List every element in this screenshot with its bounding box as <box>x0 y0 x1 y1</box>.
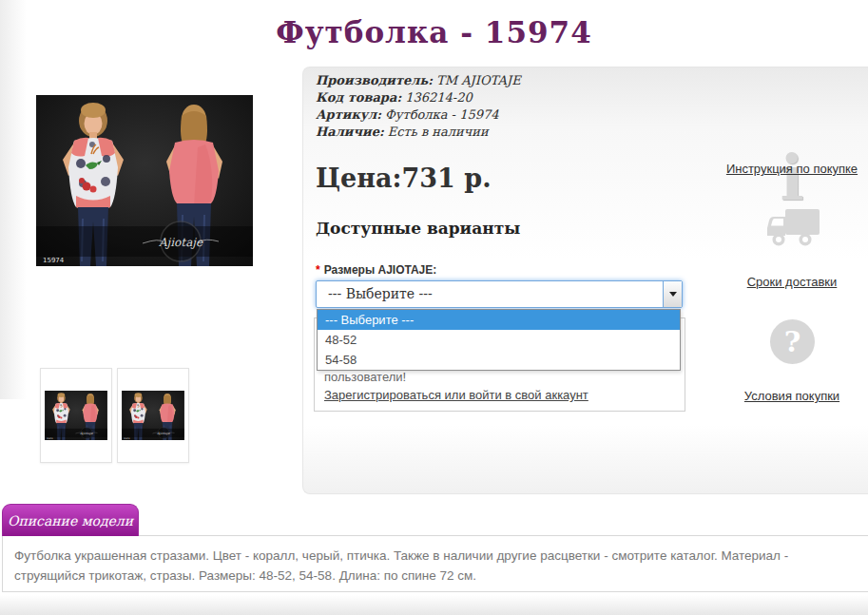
size-select-dropdown: --- Выберите --- 48-52 54-58 <box>317 309 681 371</box>
field-label: Код товара: <box>316 90 401 105</box>
size-select[interactable]: --- Выберите --- <box>316 280 683 308</box>
variants-heading: Доступные варианты <box>316 219 520 238</box>
required-mark: * <box>316 263 320 277</box>
size-label-row: *Размеры AJIOTAJE: <box>316 263 436 277</box>
field-label: Артикул: <box>316 107 381 122</box>
field-product-code: Код товара:136214-20 <box>316 89 521 106</box>
product-photo-image <box>36 95 253 266</box>
product-main-photo[interactable] <box>36 95 253 266</box>
question-glyph: ? <box>784 325 801 358</box>
size-select-value: --- Выберите --- <box>328 281 433 307</box>
field-label: Производитель: <box>316 73 433 87</box>
field-value: Есть в наличии <box>388 125 489 139</box>
field-article: Артикул:Футболка - 15974 <box>316 106 521 124</box>
description-text: Футболка украшенная стразами. Цвет - кор… <box>3 536 868 595</box>
thumbnail-1-image <box>45 391 107 440</box>
field-value: Футболка - 15974 <box>385 107 498 122</box>
dropdown-option-placeholder[interactable]: --- Выберите --- <box>318 310 680 330</box>
tab-description-label: Описание модели <box>8 513 133 529</box>
register-or-login-link[interactable]: Зарегистрироваться или войти в свой акка… <box>324 388 588 402</box>
page-title: Футболка - 15974 <box>0 15 868 49</box>
thumbnail-1[interactable] <box>40 368 112 463</box>
price-label: Цена:731 р. <box>316 163 492 193</box>
product-page: Ajiotaje 15974 Футболка - 15974 Производ… <box>0 0 868 615</box>
question-icon: ? <box>770 319 815 364</box>
tab-description[interactable]: Описание модели <box>2 504 139 536</box>
dropdown-option-48-52[interactable]: 48-52 <box>318 330 680 350</box>
thumbnail-2-image <box>122 391 184 440</box>
field-value: 136214-20 <box>405 90 473 105</box>
size-select-arrow-button[interactable] <box>663 281 682 307</box>
chevron-down-icon <box>669 292 677 297</box>
product-fields: Производитель:TM AJIOTAJE Код товара:136… <box>316 72 521 141</box>
info-icon: i <box>712 146 868 209</box>
registration-notice-text: пользователи! <box>324 370 406 384</box>
field-value: TM AJIOTAJE <box>436 73 521 87</box>
left-edge-shading <box>0 0 27 399</box>
description-box: Футболка украшенная стразами. Цвет - кор… <box>2 535 868 592</box>
size-label: Размеры AJIOTAJE: <box>324 263 437 277</box>
field-label: Наличие: <box>316 125 384 139</box>
dropdown-option-54-58[interactable]: 54-58 <box>318 350 680 370</box>
purchase-conditions-link[interactable]: Условия покупки <box>712 389 868 403</box>
purchase-instructions-link[interactable]: Инструкция по покупке <box>712 162 868 176</box>
truck-icon <box>762 207 821 251</box>
thumbnail-2[interactable] <box>117 368 189 463</box>
field-manufacturer: Производитель:TM AJIOTAJE <box>316 72 521 89</box>
delivery-terms-link[interactable]: Сроки доставки <box>712 275 868 289</box>
field-availability: Наличие:Есть в наличии <box>316 124 521 141</box>
page-bottom-shading <box>0 595 868 615</box>
